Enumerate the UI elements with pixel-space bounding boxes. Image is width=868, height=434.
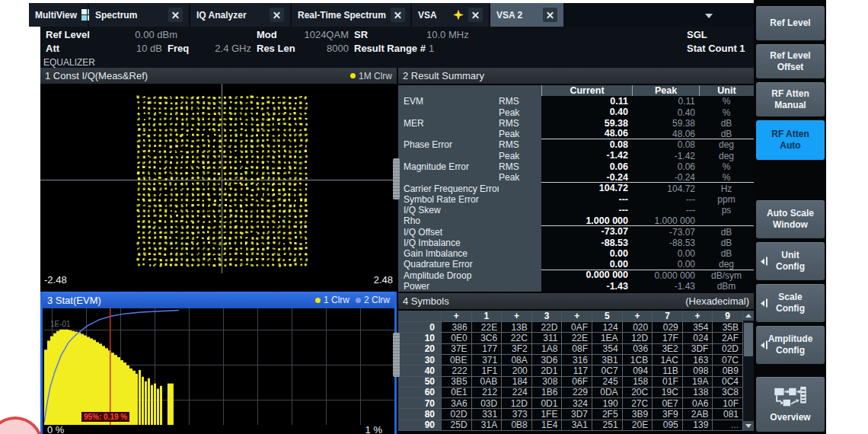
softkey-scale-config[interactable]: Scale Config <box>756 284 825 322</box>
result-cell-nm: Gain Imbalance <box>398 248 499 259</box>
softkey-ref-level[interactable]: Ref Level <box>756 6 825 40</box>
result-cell-nm: I/Q Skew <box>398 205 499 215</box>
softkey-auto-scale-window[interactable]: Auto Scale Window <box>756 200 825 238</box>
percentile-marker-label: 95%: 0.19 % <box>81 412 129 422</box>
result-row: I/Q Offset-73.07-73.07dB <box>398 226 754 237</box>
symbol-cell: 029 <box>653 322 683 333</box>
result-cell-sb <box>499 238 541 248</box>
mod-value[interactable]: 1024QAM <box>284 29 349 41</box>
result-cell-un: % <box>699 161 754 172</box>
symbol-cell: 0E1 <box>442 388 472 398</box>
result-cell-pk: 1.000 000 <box>632 215 699 226</box>
softkey-ref-level-offset[interactable]: Ref Level Offset <box>756 44 825 78</box>
result-cell-pk: -73.07 <box>632 226 699 237</box>
res-len-label[interactable]: Res Len <box>257 43 295 55</box>
window3-title: 3 Stat(EVM) <box>47 295 101 306</box>
symbol-cell: 124 <box>592 322 623 333</box>
result-row: Phase ErrorRMS0.080.08deg <box>398 139 754 150</box>
scroll-down-arrow[interactable] <box>743 421 754 431</box>
symbol-cell: 316 <box>562 355 592 365</box>
result-row: MERRMS59.3859.38dB <box>398 118 754 129</box>
softkey-label: RF Atten Auto <box>771 129 809 152</box>
result-cell-un <box>699 215 754 226</box>
freq-value[interactable]: 2.4 GHz <box>198 43 251 55</box>
ref-level-value[interactable]: 0.00 dBm <box>107 29 177 41</box>
window1-title-bar[interactable]: 1 Const I/Q(Meas&Ref) 1M Clrw <box>40 68 397 84</box>
tab-real-time-spectrum[interactable]: Real-Time Spectrum <box>292 3 410 27</box>
tab-iq-analyzer[interactable]: IQ Analyzer <box>190 3 290 27</box>
tab-vsa[interactable]: VSA <box>412 3 489 27</box>
res-len-value[interactable]: 8000 <box>292 43 349 55</box>
result-cell-un: % <box>699 107 754 118</box>
symbol-cell: 0B9 <box>713 365 743 376</box>
result-cell-cu: 0.11 <box>541 96 632 107</box>
symbol-cell: 098 <box>683 365 713 376</box>
tab-spectrum[interactable]: Spectrum <box>89 3 189 27</box>
result-cell-nm: MER <box>398 118 499 129</box>
window2-title-bar[interactable]: 2 Result Summary <box>398 68 754 84</box>
result-row: EVMRMS0.110.11% <box>398 96 754 107</box>
result-cell-un: deg <box>699 139 754 150</box>
result-row: Peak48.0648.06dB <box>398 129 754 139</box>
tab-close-icon[interactable] <box>168 8 183 22</box>
scroll-up-arrow[interactable] <box>743 311 754 321</box>
evm-x-min: 0 % <box>47 425 64 434</box>
result-range-label[interactable]: Result Range # <box>354 43 426 55</box>
softkey-unit-config[interactable]: Unit Config <box>756 242 825 280</box>
result-cell-nm: Power <box>398 281 499 292</box>
window3-title-bar[interactable]: 3 Stat(EVM) 1 Clrw2 Clrw <box>43 292 394 308</box>
symbol-cell: 0E0 <box>442 333 472 343</box>
tab-vsa-2[interactable]: VSA 2 <box>490 3 563 27</box>
vertical-splitter-grip-top[interactable] <box>393 158 400 199</box>
sr-label[interactable]: SR <box>354 29 368 41</box>
result-row: Peak-0.24-0.24% <box>398 172 754 183</box>
tab-multiview[interactable]: MultiView <box>29 3 88 27</box>
symbols-table: +1+3+5+7+9038622E13B22D0AF12402002935435… <box>398 311 743 431</box>
result-row: Power-1.43-1.43dBm <box>398 281 754 292</box>
ref-level-label[interactable]: Ref Level <box>46 29 90 41</box>
softkey-amplitude-config[interactable]: Amplitude Config <box>756 326 825 364</box>
symbol-row-index: 40 <box>398 365 442 376</box>
vsa-application-window: MultiViewSpectrumIQ AnalyzerReal-Time Sp… <box>0 0 868 434</box>
result-cell-sb <box>499 226 541 237</box>
mod-label[interactable]: Mod <box>257 29 277 41</box>
result-cell-un: deg <box>699 259 754 270</box>
stat-count: Stat Count 1 <box>687 43 745 55</box>
symbol-cell: 0E7 <box>653 398 683 409</box>
symbol-cell: ... <box>713 420 743 431</box>
symbol-col-header: 1 <box>472 311 503 322</box>
tab-close-icon[interactable] <box>270 8 284 22</box>
softkey-rf-atten-auto[interactable]: RF Atten Auto <box>756 120 825 160</box>
result-cell-sb <box>499 248 541 259</box>
result-cell-un: dB <box>699 248 754 259</box>
symbol-row-index: 10 <box>398 333 442 343</box>
result-range-value[interactable]: 1 <box>429 43 434 55</box>
tab-close-icon[interactable] <box>468 8 483 22</box>
window4-title-bar[interactable]: 4 Symbols (Hexadecimal) <box>398 293 754 309</box>
symbol-cell: 2F5 <box>592 409 623 420</box>
tab-close-icon[interactable] <box>391 8 405 22</box>
symbol-cell: 0DA <box>592 388 623 398</box>
softkey-rf-atten-manual[interactable]: RF Atten Manual <box>756 82 825 116</box>
att-label[interactable]: Att <box>46 43 59 55</box>
tab-close-icon[interactable] <box>543 8 557 22</box>
evm-histogram-plot[interactable]: 1E-01 95%: 0.19 % <box>44 308 394 425</box>
result-cell-nm: I/Q Imbalance <box>398 238 499 248</box>
symbol-cell: 0BE <box>442 355 472 365</box>
freq-label[interactable]: Freq <box>168 43 189 55</box>
att-value[interactable]: 10 dB <box>107 43 162 55</box>
result-header-spacer <box>398 85 541 96</box>
symbol-cell: 331 <box>472 409 503 420</box>
softkey-overview[interactable]: Overview <box>756 377 825 432</box>
symbol-cell: 22E <box>472 322 503 333</box>
result-cell-cu: 59.38 <box>541 118 632 129</box>
sr-value[interactable]: 10.0 MHz <box>426 29 469 41</box>
vertical-splitter-grip-bottom[interactable] <box>393 333 400 377</box>
scrollbar-handle[interactable] <box>744 323 753 356</box>
symbol-cell: 212 <box>472 388 503 398</box>
result-cell-sb <box>499 205 541 215</box>
result-cell-nm: Carrier Frequency Error <box>398 183 499 193</box>
symbol-cell: 229 <box>562 388 592 398</box>
constellation-plot[interactable] <box>40 84 397 273</box>
tab-overflow-caret[interactable] <box>702 10 716 22</box>
